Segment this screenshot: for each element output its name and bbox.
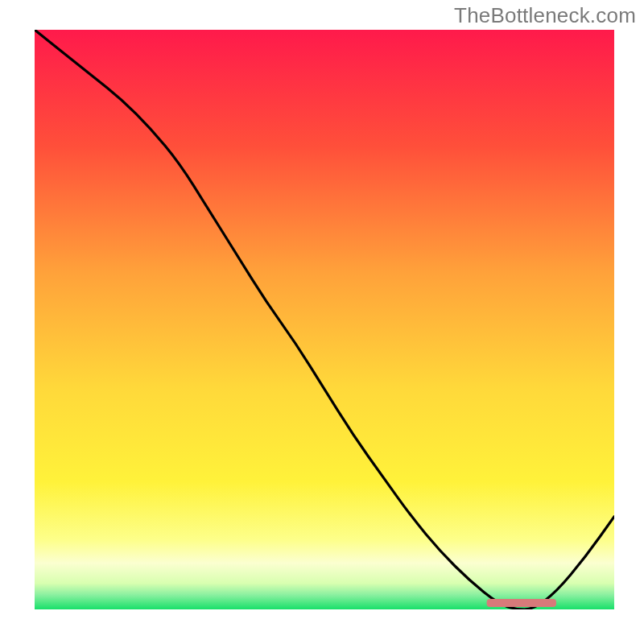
optimum-marker xyxy=(487,599,556,607)
gradient-background xyxy=(35,30,614,609)
bottleneck-chart xyxy=(35,30,614,609)
chart-frame: TheBottleneck.com xyxy=(0,0,644,644)
watermark-label: TheBottleneck.com xyxy=(454,3,636,28)
plot-area xyxy=(35,30,614,609)
